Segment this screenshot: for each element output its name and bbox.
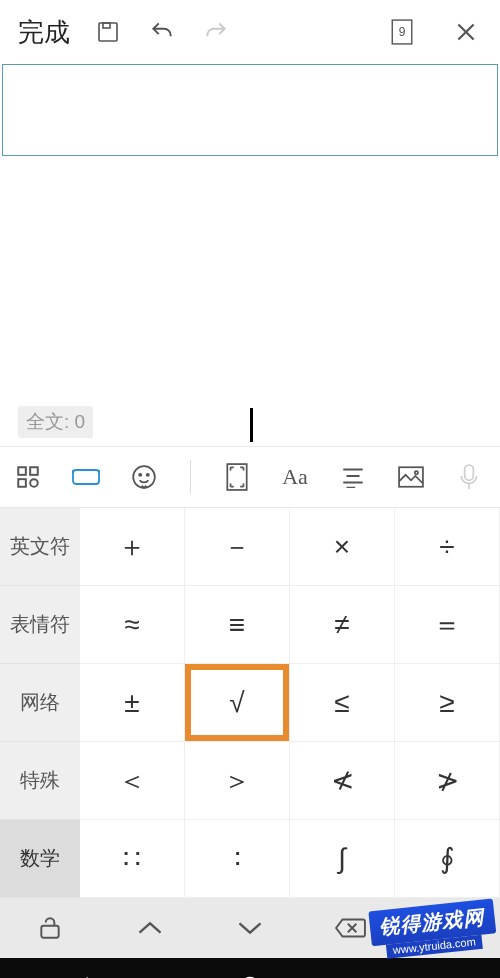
svg-point-10 bbox=[147, 474, 149, 476]
close-icon[interactable] bbox=[442, 8, 490, 56]
category-tab[interactable]: 数学 bbox=[0, 820, 80, 898]
undo-icon[interactable] bbox=[138, 8, 186, 56]
done-button[interactable]: 完成 bbox=[10, 15, 78, 50]
text-style-icon[interactable]: Aa bbox=[279, 461, 311, 493]
watermark: 锐得游戏网 www.ytruida.com bbox=[355, 849, 500, 961]
symbol-key[interactable]: ≮ bbox=[290, 742, 395, 820]
symbol-key[interactable]: － bbox=[185, 508, 290, 586]
symbol-grid: ＋－×÷≈≡≠＝±√≤≥＜＞≮≯∷∶∫∮ bbox=[80, 508, 500, 898]
svg-rect-7 bbox=[73, 470, 99, 484]
mic-icon[interactable] bbox=[453, 461, 485, 493]
symbol-key[interactable]: ≈ bbox=[80, 586, 185, 664]
symbol-key[interactable]: ＝ bbox=[395, 586, 500, 664]
category-list: 英文符表情符网络特殊数学 bbox=[0, 508, 80, 898]
category-tab[interactable]: 英文符 bbox=[0, 508, 80, 586]
apps-icon[interactable] bbox=[12, 461, 44, 493]
svg-point-9 bbox=[139, 474, 141, 476]
chevron-down-icon[interactable] bbox=[200, 919, 300, 937]
svg-rect-5 bbox=[18, 479, 26, 487]
category-tab[interactable]: 表情符 bbox=[0, 586, 80, 664]
symbol-key[interactable]: ≠ bbox=[290, 586, 395, 664]
symbol-key[interactable]: ∷ bbox=[80, 820, 185, 898]
svg-rect-15 bbox=[41, 926, 58, 938]
image-icon[interactable] bbox=[395, 461, 427, 493]
text-editor-top[interactable] bbox=[2, 64, 498, 156]
symbol-key[interactable]: √ bbox=[185, 664, 290, 742]
symbol-key[interactable]: × bbox=[290, 508, 395, 586]
fullscreen-icon[interactable] bbox=[221, 461, 253, 493]
symbol-key[interactable]: ≯ bbox=[395, 742, 500, 820]
svg-rect-0 bbox=[99, 23, 117, 41]
word-count-label: 全文: 0 bbox=[18, 406, 93, 438]
page-number: 9 bbox=[399, 25, 406, 39]
svg-rect-4 bbox=[30, 467, 38, 475]
toolbar: Aa bbox=[0, 446, 500, 508]
page-indicator[interactable]: 9 bbox=[378, 8, 426, 56]
symbol-key[interactable]: ÷ bbox=[395, 508, 500, 586]
symbol-key[interactable]: ＋ bbox=[80, 508, 185, 586]
emoji-icon[interactable] bbox=[128, 461, 160, 493]
svg-point-13 bbox=[415, 471, 418, 474]
svg-rect-3 bbox=[18, 467, 26, 475]
keyboard-icon[interactable] bbox=[70, 461, 102, 493]
chevron-up-icon[interactable] bbox=[100, 919, 200, 937]
svg-point-6 bbox=[30, 479, 38, 487]
symbol-key[interactable]: ∶ bbox=[185, 820, 290, 898]
category-tab[interactable]: 网络 bbox=[0, 664, 80, 742]
svg-rect-14 bbox=[465, 465, 474, 480]
text-cursor bbox=[250, 408, 253, 442]
symbol-key[interactable]: ± bbox=[80, 664, 185, 742]
symbol-key[interactable]: ≥ bbox=[395, 664, 500, 742]
svg-rect-1 bbox=[103, 23, 110, 28]
text-editor-main[interactable]: 全文: 0 bbox=[0, 156, 500, 446]
symbol-key[interactable]: ≡ bbox=[185, 586, 290, 664]
symbol-key[interactable]: ＜ bbox=[80, 742, 185, 820]
redo-icon bbox=[192, 8, 240, 56]
nav-bar bbox=[0, 958, 500, 978]
save-icon[interactable] bbox=[84, 8, 132, 56]
symbol-key[interactable]: ＞ bbox=[185, 742, 290, 820]
symbol-key[interactable]: ≤ bbox=[290, 664, 395, 742]
align-icon[interactable] bbox=[337, 461, 369, 493]
category-tab[interactable]: 特殊 bbox=[0, 742, 80, 820]
lock-icon[interactable] bbox=[0, 915, 100, 941]
svg-point-8 bbox=[133, 466, 155, 488]
separator bbox=[190, 460, 191, 494]
